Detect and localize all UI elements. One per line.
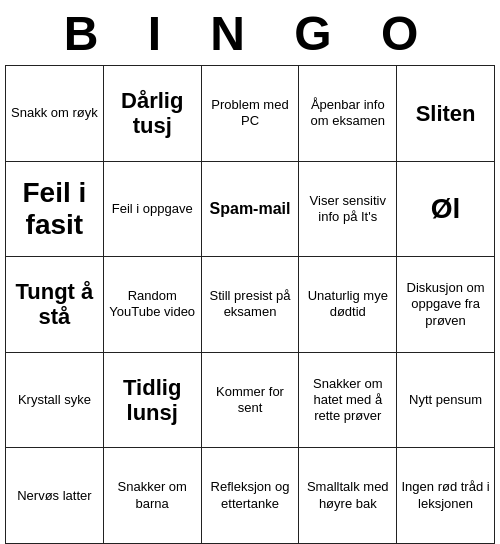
cell-4-4: Ingen rød tråd i leksjonen bbox=[397, 448, 495, 544]
cell-2-2: Still presist på eksamen bbox=[201, 257, 299, 353]
cell-1-2: Spam-mail bbox=[201, 161, 299, 257]
cell-2-4: Diskusjon om oppgave fra prøven bbox=[397, 257, 495, 353]
cell-1-1: Feil i oppgave bbox=[103, 161, 201, 257]
cell-3-3: Snakker om hatet med å rette prøver bbox=[299, 352, 397, 448]
cell-4-1: Snakker om barna bbox=[103, 448, 201, 544]
cell-1-4: Øl bbox=[397, 161, 495, 257]
cell-0-4: Sliten bbox=[397, 66, 495, 162]
cell-2-1: Random YouTube video bbox=[103, 257, 201, 353]
cell-2-3: Unaturlig mye dødtid bbox=[299, 257, 397, 353]
bingo-title: B I N G O bbox=[0, 0, 500, 65]
cell-2-0: Tungt å stå bbox=[6, 257, 104, 353]
cell-0-0: Snakk om røyk bbox=[6, 66, 104, 162]
cell-4-0: Nervøs latter bbox=[6, 448, 104, 544]
cell-4-3: Smalltalk med høyre bak bbox=[299, 448, 397, 544]
cell-3-4: Nytt pensum bbox=[397, 352, 495, 448]
cell-0-1: Dårlig tusj bbox=[103, 66, 201, 162]
cell-3-2: Kommer for sent bbox=[201, 352, 299, 448]
cell-3-1: Tidlig lunsj bbox=[103, 352, 201, 448]
bingo-grid: Snakk om røykDårlig tusjProblem med PCÅp… bbox=[5, 65, 495, 544]
cell-4-2: Refleksjon og ettertanke bbox=[201, 448, 299, 544]
cell-0-2: Problem med PC bbox=[201, 66, 299, 162]
cell-1-0: Feil i fasit bbox=[6, 161, 104, 257]
cell-3-0: Krystall syke bbox=[6, 352, 104, 448]
cell-1-3: Viser sensitiv info på It's bbox=[299, 161, 397, 257]
cell-0-3: Åpenbar info om eksamen bbox=[299, 66, 397, 162]
